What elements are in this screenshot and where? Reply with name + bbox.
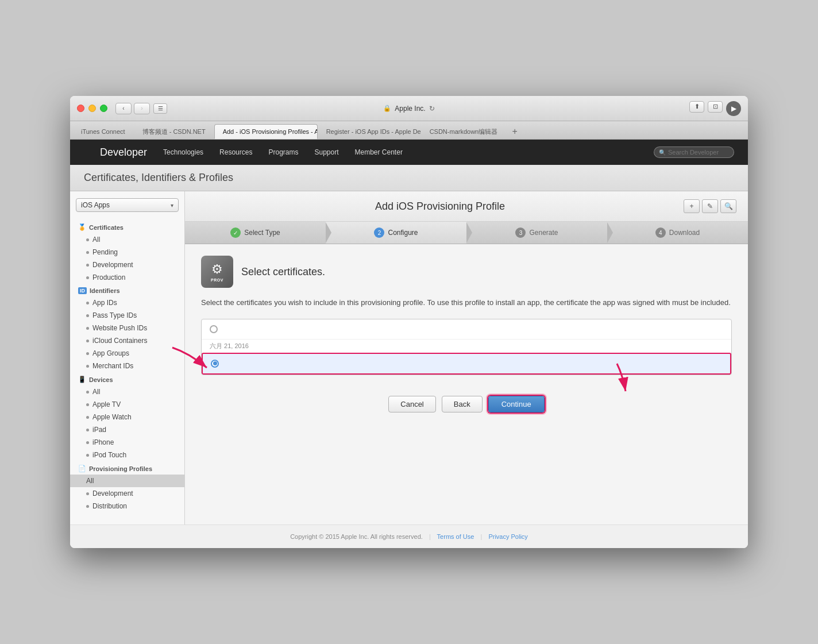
sidebar-item-pass-type-ids[interactable]: Pass Type IDs	[70, 309, 184, 322]
bullet-icon	[86, 365, 89, 368]
terms-link[interactable]: Terms of Use	[437, 533, 474, 540]
tab-overview-button[interactable]: ⊡	[708, 101, 723, 113]
sidebar-section-devices: 📱 Devices	[70, 372, 184, 385]
content-header: Add iOS Provisioning Profile + ✎ 🔍	[185, 191, 748, 222]
tab-csdn[interactable]: 博客频道 - CSDN.NET	[134, 124, 214, 139]
traffic-lights	[77, 105, 107, 112]
nav-support[interactable]: Support	[314, 148, 338, 156]
bullet-icon	[86, 441, 89, 444]
privacy-link[interactable]: Privacy Policy	[488, 533, 527, 540]
sidebar-item-certs-pending[interactable]: Pending	[70, 246, 184, 259]
sidebar-section-provisioning: 📄 Provisioning Profiles	[70, 461, 184, 475]
sidebar-item-profiles-all[interactable]: All	[70, 475, 184, 487]
cert-description: Select the certificates you wish to incl…	[201, 297, 732, 308]
dropdown-arrow-icon: ▾	[171, 202, 173, 209]
sidebar-item-website-push[interactable]: Website Push IDs	[70, 322, 184, 334]
sidebar-item-apple-tv[interactable]: Apple TV	[70, 398, 184, 411]
bullet-icon	[86, 429, 89, 431]
content-title: Add iOS Provisioning Profile	[196, 200, 684, 213]
nav-buttons: ‹ ›	[115, 103, 150, 114]
footer-separator-2: |	[480, 533, 482, 540]
cert-list-wrapper: 六月 21, 2016	[201, 319, 732, 375]
tab-itunes-connect[interactable]: iTunes Connect	[72, 124, 134, 139]
tab-csdn-markdown[interactable]: CSDN-markdown编辑器	[421, 124, 507, 139]
sidebar-item-profiles-distribution[interactable]: Distribution	[70, 500, 184, 512]
prov-label: PROV	[211, 278, 223, 282]
lock-icon: 🔒	[383, 105, 391, 112]
fullscreen-button[interactable]	[100, 105, 107, 112]
bullet-icon	[86, 276, 89, 279]
step-label-1: Select Type	[244, 229, 280, 237]
add-button[interactable]: +	[684, 199, 700, 213]
reader-button[interactable]: ▶	[726, 101, 741, 116]
title-bar: ‹ › ☰ 🔒 Apple Inc. ↻ ⬆ ⊡ ▶	[70, 96, 748, 121]
reload-icon[interactable]: ↻	[429, 105, 435, 113]
sidebar-item-certs-production[interactable]: Production	[70, 271, 184, 284]
search-button[interactable]: 🔍	[720, 199, 736, 213]
share-button[interactable]: ⬆	[689, 101, 704, 113]
bullet-icon	[86, 416, 89, 419]
step-label-4: Download	[669, 229, 700, 237]
sidebar-item-app-groups[interactable]: App Groups	[70, 347, 184, 360]
search-input[interactable]	[668, 149, 726, 156]
sidebar-item-merchant-ids[interactable]: Merchant IDs	[70, 360, 184, 372]
back-nav-button[interactable]: ‹	[115, 103, 132, 114]
back-button[interactable]: Back	[442, 396, 483, 412]
sidebar-item-certs-all[interactable]: All	[70, 233, 184, 246]
cert-radio-2[interactable]	[211, 360, 219, 368]
sidebar-item-apple-watch[interactable]: Apple Watch	[70, 411, 184, 423]
cert-item-2[interactable]	[202, 353, 731, 375]
nav-programs[interactable]: Programs	[268, 148, 298, 156]
tab-provisioning[interactable]: Add - iOS Provisioning Profiles - Appl..…	[214, 124, 318, 139]
apple-nav: Developer Technologies Resources Program…	[70, 140, 748, 165]
wizard-step-select-type[interactable]: ✓ Select Type	[185, 222, 326, 244]
sidebar-item-ipad[interactable]: iPad	[70, 423, 184, 436]
forward-nav-button[interactable]: ›	[134, 103, 150, 114]
cancel-button[interactable]: Cancel	[388, 396, 435, 412]
sidebar-item-certs-development[interactable]: Development	[70, 259, 184, 271]
cert-radio-1[interactable]	[210, 325, 218, 333]
nav-member-center[interactable]: Member Center	[355, 148, 403, 156]
bullet-icon	[86, 403, 89, 406]
wizard-step-configure[interactable]: 2 Configure	[326, 222, 466, 244]
wizard-step-generate[interactable]: 3 Generate	[466, 222, 607, 244]
sidebar-item-icloud[interactable]: iCloud Containers	[70, 334, 184, 347]
browser-window: ‹ › ☰ 🔒 Apple Inc. ↻ ⬆ ⊡ ▶ iTunes Connec…	[70, 96, 748, 548]
address-bar[interactable]: 🔒 Apple Inc. ↻	[383, 105, 434, 113]
sidebar-item-ipod-touch[interactable]: iPod Touch	[70, 449, 184, 461]
sidebar-item-devices-all[interactable]: All	[70, 385, 184, 398]
sidebar-item-iphone[interactable]: iPhone	[70, 436, 184, 449]
bullet-icon	[86, 340, 89, 342]
tab-register-app[interactable]: Register - iOS App IDs - Apple Developer	[318, 124, 421, 139]
sidebar-item-profiles-development[interactable]: Development	[70, 487, 184, 500]
ios-apps-dropdown[interactable]: iOS Apps ▾	[76, 198, 179, 212]
cert-item-1[interactable]	[202, 319, 731, 340]
certificates-section-icon: 🏅	[78, 223, 86, 231]
sidebar-section-certificates: 🏅 Certificates	[70, 220, 184, 233]
sidebar-section-identifiers: ID Identifiers	[70, 284, 184, 296]
select-certs-title: Select certificates.	[241, 266, 325, 278]
identifiers-section-icon: ID	[78, 287, 87, 294]
step-label-2: Configure	[388, 229, 418, 237]
sidebar-toggle-button[interactable]: ☰	[153, 103, 167, 114]
wizard-step-download[interactable]: 4 Download	[607, 222, 748, 244]
minimize-button[interactable]	[88, 105, 96, 112]
sidebar: iOS Apps ▾ 🏅 Certificates All Pending De…	[70, 191, 185, 525]
bullet-icon	[86, 492, 89, 495]
bullet-icon	[86, 505, 89, 508]
certs-area: ⚙ PROV Select certificates. Select the c…	[185, 244, 748, 435]
new-tab-button[interactable]: +	[508, 125, 521, 138]
edit-button[interactable]: ✎	[702, 199, 718, 213]
search-bar[interactable]: 🔍	[654, 146, 734, 158]
page-footer: Copyright © 2015 Apple Inc. All rights r…	[70, 525, 748, 548]
nav-resources[interactable]: Resources	[219, 148, 252, 156]
page-title: Certificates, Identifiers & Profiles	[84, 172, 734, 184]
step-num-2: 2	[374, 227, 384, 238]
nav-technologies[interactable]: Technologies	[163, 148, 203, 156]
step-num-4: 4	[655, 227, 666, 238]
titlebar-right-actions: ⬆ ⊡ ▶	[689, 101, 741, 116]
continue-button[interactable]: Continue	[488, 396, 545, 412]
close-button[interactable]	[77, 105, 84, 112]
sidebar-item-app-ids[interactable]: App IDs	[70, 296, 184, 309]
bullet-icon	[86, 264, 89, 267]
